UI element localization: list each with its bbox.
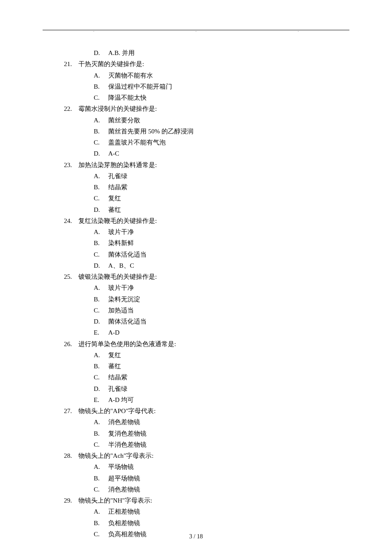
option-text: 加热适当 (108, 305, 134, 316)
question: 25.镀银法染鞭毛的关键操作是:A.玻片干净B.染料无沉淀C.加热适当D.菌体活… (64, 271, 349, 338)
option-letter: A. (94, 70, 108, 81)
option-letter: D. (94, 204, 108, 215)
option: E. A-D 均可 (94, 394, 349, 405)
options-list: A.菌丝要分散B.菌丝首先要用 50% 的乙醇浸润C.盖盖玻片不能有气泡D.A-… (64, 115, 349, 159)
option-letter: D. (94, 260, 108, 271)
question-text: 加热法染芽胞的染料通常是: (78, 159, 157, 171)
option-letter: B. (94, 294, 108, 305)
option-letter: B. (94, 182, 108, 193)
question-stem: 23.加热法染芽胞的染料通常是: (64, 159, 349, 171)
option-letter: D. (94, 316, 108, 327)
option: C.降温不能太快 (94, 92, 349, 103)
header-dots: ... (43, 29, 349, 32)
page-container: ... D.A.B. 并用21.干热灭菌的关键操作是:A.灭菌物不能有水B.保温… (0, 0, 392, 540)
option-text: 复红 (108, 350, 121, 361)
option-letter: D. (94, 148, 108, 159)
option-text: A-D (108, 327, 120, 338)
question: 24.复红法染鞭毛的关键操作是:A.玻片干净B.染料新鲜C.菌体活化适当D. A… (64, 215, 349, 271)
question-text: 霉菌水浸制片的关键操作是: (78, 103, 157, 114)
option-text: A-D 均可 (108, 394, 134, 405)
question-text: 复红法染鞭毛的关键操作是: (78, 215, 157, 226)
question-number: 26. (64, 338, 78, 350)
option-letter: B. (94, 81, 108, 92)
option: B.蕃红 (94, 361, 349, 372)
question-number: 29. (64, 495, 78, 506)
option-letter: C. (94, 439, 108, 450)
option-letter: E. (94, 394, 108, 405)
option-text: 孔雀绿 (108, 383, 127, 394)
question-text: 物镜头上的"NH"字母表示: (78, 495, 152, 506)
option: A.消色差物镜 (94, 416, 349, 428)
question-number: 24. (64, 215, 78, 226)
question-number: 22. (64, 103, 78, 114)
option-letter: A. (94, 461, 108, 472)
options-list: A.玻片干净B.染料无沉淀C.加热适当D.菌体活化适当E. A-D (64, 282, 349, 338)
options-list: A.平场物镜B.超平场物镜C.消色差物镜 (64, 461, 349, 495)
option: C.消色差物镜 (94, 484, 349, 495)
option: D.菌体活化适当 (94, 316, 349, 327)
header-rule: ... (43, 30, 349, 30)
option-text: 菌体活化适当 (108, 249, 147, 260)
option-letter: C. (94, 305, 108, 316)
question-number: 23. (64, 159, 78, 171)
question: 23.加热法染芽胞的染料通常是:A.孔雀绿B.结晶紫C.复红D.蕃红 (64, 159, 349, 215)
question: 27.物镜头上的"APO"字母代表:A.消色差物镜B.复消色差物镜C.半消色差物… (64, 405, 349, 450)
option-text: 结晶紫 (108, 372, 127, 383)
question-stem: 26.进行简单染色使用的染色液通常是: (64, 338, 349, 350)
question: 21.干热灭菌的关键操作是:A.灭菌物不能有水B.保温过程中不能开箱门C.降温不… (64, 58, 349, 103)
option: A.菌丝要分散 (94, 115, 349, 126)
question-stem: 29.物镜头上的"NH"字母表示: (64, 495, 349, 506)
option-letter: C. (94, 193, 108, 204)
options-list: A.复红B.蕃红C.结晶紫D.孔雀绿E. A-D 均可 (64, 350, 349, 405)
option-text: 盖盖玻片不能有气泡 (108, 137, 166, 148)
option-letter: E. (94, 327, 108, 338)
option-text: 染料无沉淀 (108, 294, 140, 305)
option-letter: B. (94, 473, 108, 484)
option-letter: C. (94, 484, 108, 495)
option: C.菌体活化适当 (94, 249, 349, 260)
option-letter: C. (94, 372, 108, 383)
question-number: 27. (64, 405, 78, 416)
option: A.玻片干净 (94, 226, 349, 237)
option-text: 结晶紫 (108, 182, 127, 193)
option-text: 负相差物镜 (108, 517, 140, 529)
option: B.染料无沉淀 (94, 294, 349, 305)
option-text: 消色差物镜 (108, 416, 140, 428)
option-letter: D. (94, 383, 108, 394)
question-text: 进行简单染色使用的染色液通常是: (78, 338, 176, 350)
option: D.蕃红 (94, 204, 349, 215)
option-text: 降温不能太快 (108, 92, 147, 103)
option-letter: A. (94, 416, 108, 428)
option-text: 蕃红 (108, 361, 121, 372)
option-text: 半消色差物镜 (108, 439, 147, 450)
option-text: 染料新鲜 (108, 237, 134, 249)
option-letter: C. (94, 92, 108, 103)
question-text: 物镜头上的"APO"字母代表: (78, 405, 156, 416)
options-list: D.A.B. 并用 (64, 47, 349, 58)
option-text: 正相差物镜 (108, 506, 140, 517)
question-stem: 27.物镜头上的"APO"字母代表: (64, 405, 349, 416)
options-list: A.孔雀绿B.结晶紫C.复红D.蕃红 (64, 171, 349, 215)
question-text: 物镜头上的"Ach"字母表示: (78, 450, 153, 461)
option: A.正相差物镜 (94, 506, 349, 517)
option: A.孔雀绿 (94, 171, 349, 182)
option: B.菌丝首先要用 50% 的乙醇浸润 (94, 126, 349, 137)
question-text: 干热灭菌的关键操作是: (78, 58, 144, 69)
question-number: 21. (64, 58, 78, 69)
option-letter: B. (94, 428, 108, 439)
option: B.保温过程中不能开箱门 (94, 81, 349, 92)
option-letter: C. (94, 137, 108, 148)
option-letter: B. (94, 237, 108, 249)
option-text: A、B、C (108, 260, 134, 271)
option-text: 复红 (108, 193, 121, 204)
option-text: 平场物镜 (108, 461, 134, 472)
option-text: 复消色差物镜 (108, 428, 147, 439)
option: C.半消色差物镜 (94, 439, 349, 450)
option-letter: A. (94, 115, 108, 126)
option-letter: C. (94, 249, 108, 260)
option-letter: D. (94, 47, 108, 58)
option-letter: B. (94, 517, 108, 529)
option-text: 孔雀绿 (108, 171, 127, 182)
option: B.染料新鲜 (94, 237, 349, 249)
option-text: 保温过程中不能开箱门 (108, 81, 172, 92)
